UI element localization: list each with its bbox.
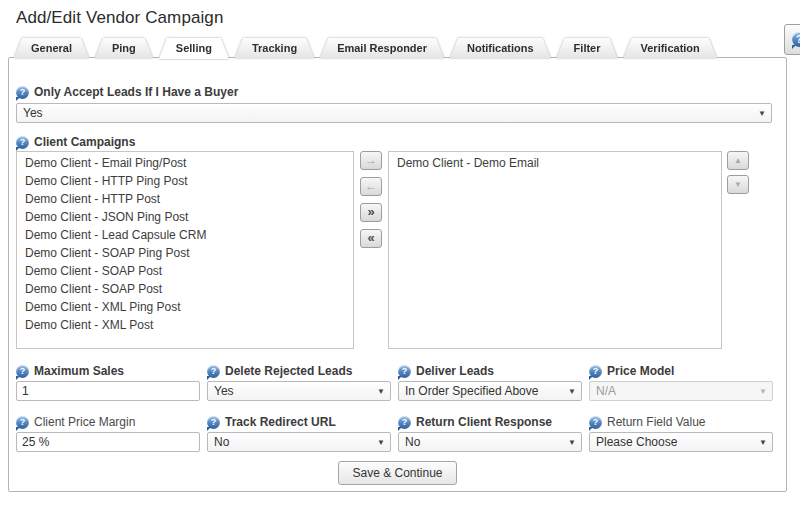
deliver-leads-label: Deliver Leads [416, 364, 494, 378]
price-model-label: Price Model [607, 364, 674, 378]
move-right-button[interactable]: → [360, 151, 382, 170]
arrow-left-icon: ← [365, 179, 377, 193]
chevron-down-icon: ▼ [759, 434, 767, 452]
price-model-field: ? Price Model N/A ▼ [589, 364, 773, 401]
arrow-down-icon: ▼ [734, 180, 742, 189]
client-price-margin-field: ? Client Price Margin [16, 415, 200, 452]
track-redirect-url-label: Track Redirect URL [225, 415, 336, 429]
arrow-right-icon: → [365, 153, 377, 167]
return-field-value-value: Please Choose [596, 435, 677, 449]
track-redirect-url-value: No [214, 435, 229, 449]
tab-tracking[interactable]: Tracking [235, 38, 314, 58]
help-icon[interactable]: ? [398, 365, 411, 378]
help-icon[interactable]: ? [16, 416, 29, 429]
move-all-right-button[interactable]: » [360, 203, 382, 222]
return-client-response-value: No [405, 435, 420, 449]
delete-rejected-leads-field: ? Delete Rejected Leads Yes ▼ [207, 364, 391, 401]
add-edit-vendor-campaign-page: Add/Edit Vendor Campaign ? GeneralPingSe… [0, 0, 800, 525]
only-accept-leads-label: Only Accept Leads If I Have a Buyer [34, 85, 238, 99]
help-button[interactable]: ? [784, 24, 800, 55]
list-item[interactable]: Demo Client - Lead Capsule CRM [17, 226, 353, 244]
help-icon[interactable]: ? [398, 416, 411, 429]
tab-verification[interactable]: Verification [624, 38, 717, 58]
list-item[interactable]: Demo Client - SOAP Post [17, 280, 353, 298]
client-campaigns-label-row: ? Client Campaigns [16, 135, 779, 149]
return-client-response-select[interactable]: No ▼ [398, 432, 582, 452]
field-row-2: ? Client Price Margin ? Track Redirect U… [16, 415, 779, 452]
save-row: Save & Continue [16, 461, 779, 485]
move-up-button[interactable]: ▲ [727, 151, 749, 170]
list-item[interactable]: Demo Client - HTTP Ping Post [17, 172, 353, 190]
only-accept-leads-value: Yes [23, 106, 43, 120]
client-campaigns-picker: Demo Client - Email Ping/PostDemo Client… [16, 151, 779, 349]
delete-rejected-leads-value: Yes [214, 384, 234, 398]
double-arrow-left-icon: « [367, 230, 374, 245]
client-price-margin-label: Client Price Margin [34, 415, 135, 429]
deliver-leads-value: In Order Specified Above [405, 384, 538, 398]
chevron-down-icon: ▼ [759, 383, 767, 401]
chevron-down-icon: ▼ [568, 434, 576, 452]
double-arrow-right-icon: » [367, 204, 374, 219]
delete-rejected-leads-select[interactable]: Yes ▼ [207, 381, 391, 401]
help-icon[interactable]: ? [207, 365, 220, 378]
maximum-sales-input[interactable] [16, 381, 200, 401]
client-campaigns-label: Client Campaigns [34, 135, 135, 149]
move-left-button[interactable]: ← [360, 177, 382, 196]
only-accept-leads-select[interactable]: Yes ▼ [16, 103, 772, 123]
chevron-down-icon: ▼ [377, 383, 385, 401]
page-title: Add/Edit Vendor Campaign [16, 8, 223, 28]
reorder-buttons: ▲ ▼ [727, 151, 749, 194]
list-item[interactable]: Demo Client - XML Post [17, 316, 353, 334]
list-item[interactable]: Demo Client - JSON Ping Post [17, 208, 353, 226]
delete-rejected-leads-label: Delete Rejected Leads [225, 364, 352, 378]
tab-ping[interactable]: Ping [95, 38, 153, 58]
list-item[interactable]: Demo Client - SOAP Ping Post [17, 244, 353, 262]
list-item[interactable]: Demo Client - SOAP Post [17, 262, 353, 280]
help-icon[interactable]: ? [589, 416, 602, 429]
selling-tab-panel: ? Only Accept Leads If I Have a Buyer Ye… [8, 57, 787, 492]
deliver-leads-field: ? Deliver Leads In Order Specified Above… [398, 364, 582, 401]
move-all-left-button[interactable]: « [360, 229, 382, 248]
chevron-down-icon: ▼ [758, 105, 766, 123]
tab-notifications[interactable]: Notifications [450, 38, 551, 58]
tab-email-responder[interactable]: Email Responder [320, 38, 444, 58]
list-item[interactable]: Demo Client - HTTP Post [17, 190, 353, 208]
maximum-sales-field: ? Maximum Sales [16, 364, 200, 401]
tab-general[interactable]: General [14, 38, 89, 58]
help-icon[interactable]: ? [16, 136, 29, 149]
return-field-value-label: Return Field Value [607, 415, 706, 429]
tab-bar: GeneralPingSellingTrackingEmail Responde… [14, 36, 717, 58]
price-model-value: N/A [596, 384, 616, 398]
list-item[interactable]: Demo Client - Email Ping/Post [17, 154, 353, 172]
selected-campaigns-listbox[interactable]: Demo Client - Demo Email [388, 151, 722, 349]
return-field-value-select[interactable]: Please Choose ▼ [589, 432, 773, 452]
return-client-response-field: ? Return Client Response No ▼ [398, 415, 582, 452]
maximum-sales-label: Maximum Sales [34, 364, 124, 378]
chevron-down-icon: ▼ [377, 434, 385, 452]
help-icon: ? [792, 32, 800, 47]
client-price-margin-input[interactable] [16, 432, 200, 452]
track-redirect-url-field: ? Track Redirect URL No ▼ [207, 415, 391, 452]
return-field-value-field: ? Return Field Value Please Choose ▼ [589, 415, 773, 452]
list-item[interactable]: Demo Client - XML Ping Post [17, 298, 353, 316]
price-model-select: N/A ▼ [589, 381, 773, 401]
tab-selling[interactable]: Selling [159, 38, 229, 59]
return-client-response-label: Return Client Response [416, 415, 552, 429]
tab-filter[interactable]: Filter [557, 38, 618, 58]
arrow-up-icon: ▲ [734, 156, 742, 165]
list-item[interactable]: Demo Client - Demo Email [389, 154, 721, 172]
chevron-down-icon: ▼ [568, 383, 576, 401]
field-row-1: ? Maximum Sales ? Delete Rejected Leads … [16, 364, 779, 401]
transfer-buttons: → ← » « [360, 151, 382, 248]
help-icon[interactable]: ? [207, 416, 220, 429]
help-icon[interactable]: ? [16, 86, 29, 99]
track-redirect-url-select[interactable]: No ▼ [207, 432, 391, 452]
help-icon[interactable]: ? [589, 365, 602, 378]
help-icon[interactable]: ? [16, 365, 29, 378]
move-down-button[interactable]: ▼ [727, 175, 749, 194]
save-continue-button[interactable]: Save & Continue [338, 461, 456, 485]
only-accept-leads-label-row: ? Only Accept Leads If I Have a Buyer [16, 85, 779, 99]
deliver-leads-select[interactable]: In Order Specified Above ▼ [398, 381, 582, 401]
available-campaigns-listbox[interactable]: Demo Client - Email Ping/PostDemo Client… [16, 151, 354, 349]
